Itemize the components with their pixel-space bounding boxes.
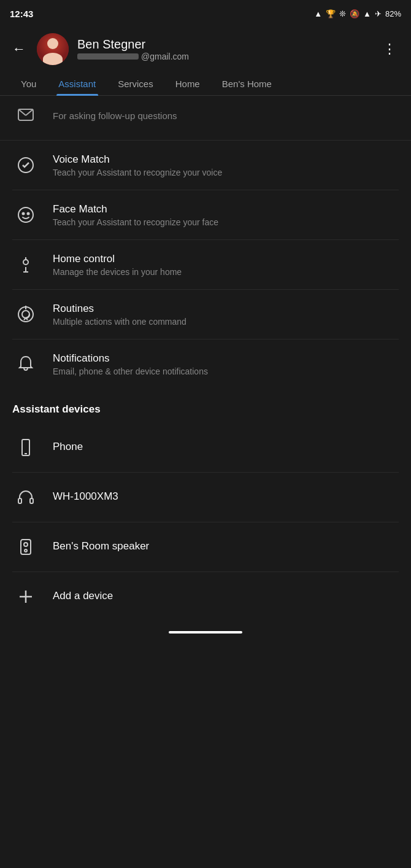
location-icon: ▲	[314, 9, 322, 18]
add-device-text: Add a device	[53, 590, 113, 604]
headphones-text: WH-1000XM3	[53, 490, 118, 505]
bottom-bar	[169, 631, 242, 634]
user-name: Ben Stegner	[77, 37, 369, 52]
notifications-title: Notifications	[53, 352, 208, 365]
svg-rect-18	[30, 498, 33, 503]
status-bar: 12:43 ▲ 🏆 ❊ 🔕 ▲ ✈ 82%	[0, 0, 411, 27]
list-item-add-device[interactable]: Add a device	[0, 572, 411, 621]
svg-point-7	[23, 260, 28, 265]
add-icon	[12, 583, 39, 610]
notifications-icon	[12, 351, 39, 378]
tab-services[interactable]: Services	[107, 71, 164, 95]
routines-subtitle: Multiple actions with one command	[53, 317, 186, 327]
home-control-text: Home control Manage the devices in your …	[53, 253, 182, 277]
voice-match-icon	[12, 152, 39, 179]
tab-assistant[interactable]: Assistant	[47, 71, 107, 95]
follow-up-icon	[12, 102, 39, 129]
phone-text: Phone	[53, 441, 83, 455]
back-button[interactable]: ←	[10, 39, 28, 60]
mute-icon: 🔕	[350, 9, 359, 18]
list-item-routines[interactable]: Routines Multiple actions with one comma…	[0, 290, 411, 339]
home-control-subtitle: Manage the devices in your home	[53, 267, 182, 277]
tab-home[interactable]: Home	[164, 71, 211, 95]
devices-section-header: Assistant devices	[0, 389, 411, 423]
headphones-icon	[12, 484, 39, 511]
face-match-title: Face Match	[53, 203, 218, 215]
network-icon: ❊	[339, 9, 346, 18]
header-info: Ben Stegner @gmail.com	[77, 37, 369, 61]
phone-label: Phone	[53, 441, 83, 453]
list-item-headphones[interactable]: WH-1000XM3	[0, 473, 411, 522]
routines-icon	[12, 301, 39, 328]
phone-icon	[12, 434, 39, 461]
routines-title: Routines	[53, 303, 186, 315]
svg-point-5	[23, 213, 25, 215]
follow-up-subtitle: For asking follow-up questions	[53, 110, 177, 121]
add-device-label: Add a device	[53, 590, 113, 602]
speaker-text: Ben's Room speaker	[53, 540, 149, 554]
voice-match-text: Voice Match Teach your Assistant to reco…	[53, 153, 222, 177]
svg-point-21	[25, 549, 27, 552]
tab-benshome[interactable]: Ben's Home	[211, 71, 283, 95]
svg-rect-17	[18, 498, 21, 503]
more-button[interactable]: ⋮	[378, 39, 401, 60]
list-item-speaker[interactable]: Ben's Room speaker	[0, 522, 411, 572]
avatar	[37, 33, 69, 65]
list-item-home-control[interactable]: Home control Manage the devices in your …	[0, 240, 411, 289]
list-item-voice-match[interactable]: Voice Match Teach your Assistant to reco…	[0, 141, 411, 190]
status-time: 12:43	[10, 9, 33, 19]
svg-line-1	[18, 109, 26, 115]
bottom-indicator	[0, 621, 411, 640]
headphones-label: WH-1000XM3	[53, 490, 118, 503]
notifications-subtitle: Email, phone & other device notification…	[53, 366, 208, 376]
notifications-text: Notifications Email, phone & other devic…	[53, 352, 208, 376]
list-item-notifications[interactable]: Notifications Email, phone & other devic…	[0, 339, 411, 389]
header: ← Ben Stegner @gmail.com ⋮	[0, 27, 411, 71]
user-email: @gmail.com	[77, 52, 369, 61]
face-match-subtitle: Teach your Assistant to recognize your f…	[53, 217, 218, 227]
face-match-text: Face Match Teach your Assistant to recog…	[53, 203, 218, 227]
status-icons: ▲ 🏆 ❊ 🔕 ▲ ✈ 82%	[314, 9, 401, 18]
svg-point-20	[24, 543, 28, 546]
face-match-icon	[12, 201, 39, 228]
routines-text: Routines Multiple actions with one comma…	[53, 303, 186, 327]
battery-label: 82%	[385, 9, 401, 18]
wifi-icon: ▲	[363, 9, 371, 18]
tabs: You Assistant Services Home Ben's Home	[0, 71, 411, 96]
svg-point-4	[18, 207, 33, 222]
follow-up-item[interactable]: For asking follow-up questions	[0, 96, 411, 141]
svg-line-2	[26, 109, 33, 115]
svg-point-6	[28, 213, 29, 215]
tab-you[interactable]: You	[10, 71, 47, 95]
home-control-title: Home control	[53, 253, 182, 265]
email-suffix: @gmail.com	[141, 52, 189, 61]
trophy-icon: 🏆	[326, 9, 336, 18]
email-redacted	[77, 53, 139, 60]
airplane-icon: ✈	[375, 9, 382, 18]
list-item-phone[interactable]: Phone	[0, 423, 411, 472]
home-control-icon	[12, 251, 39, 278]
list-item-face-match[interactable]: Face Match Teach your Assistant to recog…	[0, 190, 411, 239]
voice-match-subtitle: Teach your Assistant to recognize your v…	[53, 168, 222, 177]
voice-match-title: Voice Match	[53, 153, 222, 166]
speaker-label: Ben's Room speaker	[53, 540, 149, 552]
content: For asking follow-up questions Voice Mat…	[0, 96, 411, 621]
speaker-icon	[12, 533, 39, 560]
